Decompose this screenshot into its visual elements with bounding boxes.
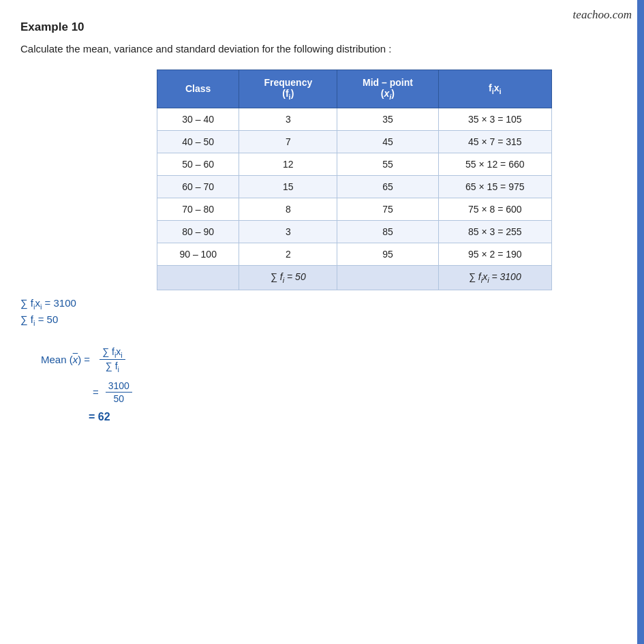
cell-class: 40 – 50 [157, 130, 239, 153]
col-header-class: Class [157, 70, 239, 108]
table-row: 30 – 40 3 35 35 × 3 = 105 [157, 108, 552, 130]
cell-freq: 15 [239, 175, 337, 198]
cell-fixi: 55 × 12 = 660 [438, 153, 551, 175]
data-table: Class Frequency(fi) Mid – point(xi) fixi… [157, 70, 552, 290]
sum-fixi-text: ∑ fixi = 3100 [20, 297, 617, 311]
cell-fixi: 45 × 7 = 315 [438, 130, 551, 153]
sum-fi-text: ∑ fi = 50 [20, 313, 617, 327]
cell-mid: 85 [337, 220, 438, 243]
cell-freq: 3 [239, 220, 337, 243]
right-blue-bar [637, 0, 644, 644]
cell-freq: 12 [239, 153, 337, 175]
cell-fixi: 35 × 3 = 105 [438, 108, 551, 130]
mean-section: Mean (x) = ∑ fixi ∑ fi = 3100 50 = 62 [41, 346, 617, 424]
summary-mid [337, 265, 438, 290]
mean-numerator: ∑ fixi [99, 346, 125, 361]
summary-row: ∑ fi = 50 ∑ fixi = 3100 [157, 265, 552, 290]
cell-mid: 95 [337, 243, 438, 265]
mean-step1-numerator: 3100 [106, 380, 132, 393]
cell-mid: 35 [337, 108, 438, 130]
summary-freq: ∑ fi = 50 [239, 265, 337, 290]
mean-step1-fraction: 3100 50 [106, 380, 132, 404]
cell-mid: 75 [337, 198, 438, 220]
cell-mid: 55 [337, 153, 438, 175]
cell-class: 90 – 100 [157, 243, 239, 265]
cell-class: 30 – 40 [157, 108, 239, 130]
col-header-midpoint: Mid – point(xi) [337, 70, 438, 108]
cell-fixi: 95 × 2 = 190 [438, 243, 551, 265]
summary-class [157, 265, 239, 290]
cell-freq: 8 [239, 198, 337, 220]
cell-fixi: 75 × 8 = 600 [438, 198, 551, 220]
cell-class: 50 – 60 [157, 153, 239, 175]
watermark: teachoo.com [573, 8, 632, 22]
mean-formula-label: Mean (x) = [41, 354, 90, 365]
table-row: 40 – 50 7 45 45 × 7 = 315 [157, 130, 552, 153]
mean-fraction: ∑ fixi ∑ fi [99, 346, 125, 374]
table-row: 80 – 90 3 85 85 × 3 = 255 [157, 220, 552, 243]
example-title: Example 10 [20, 20, 617, 34]
cell-freq: 2 [239, 243, 337, 265]
cell-fixi: 85 × 3 = 255 [438, 220, 551, 243]
cell-fixi: 65 × 15 = 975 [438, 175, 551, 198]
table-row: 70 – 80 8 75 75 × 8 = 600 [157, 198, 552, 220]
mean-step1-equals: = [93, 386, 99, 398]
cell-mid: 45 [337, 130, 438, 153]
table-row: 60 – 70 15 65 65 × 15 = 975 [157, 175, 552, 198]
table-wrapper: Class Frequency(fi) Mid – point(xi) fixi… [157, 70, 617, 290]
mean-step1-line: = 3100 50 [89, 380, 617, 404]
cell-freq: 3 [239, 108, 337, 130]
cell-freq: 7 [239, 130, 337, 153]
cell-mid: 65 [337, 175, 438, 198]
col-header-fixi: fixi [438, 70, 551, 108]
mean-formula-line: Mean (x) = ∑ fixi ∑ fi [41, 346, 617, 374]
cell-class: 70 – 80 [157, 198, 239, 220]
summary-fixi: ∑ fixi = 3100 [438, 265, 551, 290]
table-row: 90 – 100 2 95 95 × 2 = 190 [157, 243, 552, 265]
col-header-frequency: Frequency(fi) [239, 70, 337, 108]
mean-result: = 62 [89, 411, 617, 423]
problem-text: Calculate the mean, variance and standar… [20, 41, 613, 57]
mean-denominator: ∑ fi [103, 360, 122, 373]
mean-step1-denominator: 50 [111, 393, 127, 404]
summation-section: ∑ fixi = 3100 ∑ fi = 50 [20, 297, 617, 327]
cell-class: 80 – 90 [157, 220, 239, 243]
table-row: 50 – 60 12 55 55 × 12 = 660 [157, 153, 552, 175]
cell-class: 60 – 70 [157, 175, 239, 198]
